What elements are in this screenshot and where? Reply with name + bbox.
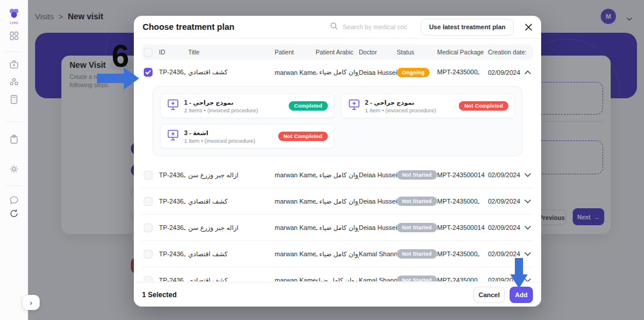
cell-doctor: Deiaa Hussein	[359, 69, 397, 76]
col-id: ID	[159, 49, 188, 56]
cell-date: 02/09/2024	[488, 171, 524, 178]
col-patient: Patient	[275, 49, 316, 56]
sidebar: CARE	[0, 0, 28, 320]
cell-title: ازاله جبر وزرع سن	[188, 171, 275, 179]
medical-bag-icon[interactable]	[9, 59, 19, 70]
cell-patient: marwan Kamel	[275, 198, 316, 205]
clipboard-icon[interactable]	[9, 134, 19, 144]
chevron-down-icon[interactable]	[524, 224, 533, 231]
status-badge: Not Started	[397, 249, 437, 259]
row-checkbox[interactable]	[144, 250, 153, 259]
cell-id: TP-2436ـ	[159, 171, 188, 179]
cell-id: TP-2436ـ	[159, 68, 188, 76]
cell-package: MPT-2435000ـ	[437, 68, 488, 76]
search-icon	[330, 22, 338, 33]
plan-title: نموذج جراحي - 1	[184, 99, 258, 106]
plan-card[interactable]: نموذج جراحي - 2 1 Item • (invoiced proce…	[341, 94, 515, 118]
table-row[interactable]: TP-2436ـ ازاله جبر وزرع سن marwan Kamel …	[142, 162, 533, 188]
cell-patient: marwan Kamel	[275, 69, 316, 76]
plan-card[interactable]: نموذج جراحي - 1 2 Items • (invoiced proc…	[160, 94, 334, 118]
app-logo[interactable]: CARE	[7, 8, 21, 25]
plan-title: نموذج جراحي - 2	[365, 99, 437, 106]
cell-patient-arabic: مروان كامل ضياء	[316, 277, 359, 282]
history-refresh-icon[interactable]	[9, 208, 19, 219]
cell-patient-arabic: مروان كامل ضياء ـ	[316, 224, 359, 232]
use-latest-treatment-plan-button[interactable]: Use latest treatment plan	[421, 19, 514, 36]
table-header-row: ID Title Patient Patient Arabic Doctor S…	[142, 44, 533, 60]
chat-icon[interactable]	[9, 195, 19, 205]
col-status: Status	[397, 49, 437, 56]
cell-title: كشف اقتصادي	[188, 277, 275, 282]
cell-id: TP-2436ـ	[159, 198, 188, 205]
plan-card[interactable]: اشعة - 3 1 Item • (invoiced procedure) N…	[160, 124, 334, 149]
annotation-arrow-down-icon	[510, 258, 528, 291]
table-row[interactable]: TP-2436ـ كشف اقتصادي marwan Kamel مروان …	[142, 60, 533, 85]
cell-id: TP-2436ـ	[159, 224, 188, 232]
cell-title: كشف اقتصادي	[188, 250, 275, 258]
close-icon[interactable]	[524, 23, 532, 31]
logo-text: CARE	[7, 22, 21, 25]
sidebar-divider	[6, 51, 22, 52]
selected-count: 1 Selected	[142, 291, 176, 299]
plan-status-badge: Not Completed	[459, 101, 508, 111]
select-all-checkbox[interactable]	[144, 48, 153, 57]
row-checkbox[interactable]	[144, 276, 153, 282]
plan-title: اشعة - 3	[184, 129, 255, 136]
table-row[interactable]: TP-2436 كشف اقتصادي marwan Kamel مروان ك…	[142, 267, 533, 281]
table-body: TP-2436ـ كشف اقتصادي marwan Kamel مروان …	[142, 60, 533, 281]
settings-gear-icon[interactable]	[9, 164, 19, 174]
check-icon	[146, 69, 151, 75]
row-checkbox[interactable]	[144, 223, 153, 232]
staff-group-icon[interactable]	[9, 77, 19, 87]
monitor-plus-icon	[167, 129, 179, 144]
row-checkbox-checked[interactable]	[144, 68, 153, 77]
cell-patient: marwan Kamel	[275, 224, 316, 231]
cell-title: كشف اقتصادي	[188, 68, 275, 76]
row-checkbox[interactable]	[144, 171, 153, 180]
cell-date: 02/09/2024	[488, 224, 524, 231]
table-row[interactable]: TP-2436ـ ازاله جبر وزرع سن marwan Kamel …	[142, 215, 533, 241]
cell-package: MPT-2435000ـ	[437, 198, 488, 205]
table-row[interactable]: TP-2436ـ كشف اقتصادي marwan Kamel مروان …	[142, 188, 533, 215]
billing-calculator-icon[interactable]	[9, 94, 19, 105]
chevron-down-icon[interactable]	[524, 171, 533, 178]
dashboard-grid-icon[interactable]	[9, 30, 19, 41]
cell-doctor: Kamal Shannawi	[359, 277, 397, 281]
monitor-plus-icon	[167, 98, 179, 113]
chevron-down-icon[interactable]	[524, 250, 533, 257]
search-input[interactable]	[342, 23, 407, 30]
search-box[interactable]	[330, 22, 407, 33]
cell-patient: marwan Kamel	[275, 250, 316, 257]
cell-title: ازاله جبر وزرع سن	[188, 224, 275, 232]
cancel-button[interactable]: Cancel	[473, 287, 505, 303]
sidebar-expand-button[interactable]: ›	[22, 295, 40, 310]
cell-doctor: Deiaa Hussein	[359, 198, 397, 205]
table-row[interactable]: TP-2436ـ كشف اقتصادي marwan Kamel مروان …	[142, 241, 533, 267]
monitor-plus-icon	[348, 98, 361, 113]
sidebar-divider	[6, 122, 22, 122]
status-badge: Not Started	[397, 170, 437, 180]
cell-patient-arabic: مروان كامل ضياء ـ	[316, 250, 359, 258]
cell-package: MPT-2435000ـ	[437, 250, 488, 258]
cell-package: MPT-243500014	[437, 171, 488, 178]
cell-patient-arabic: مروان كامل ضياء ـ	[316, 68, 359, 76]
chevron-up-icon[interactable]	[524, 69, 533, 76]
row-checkbox[interactable]	[144, 197, 153, 206]
cell-patient: marwan Kamel	[275, 277, 316, 281]
chevron-down-icon[interactable]	[524, 198, 533, 205]
cell-id: TP-2436ـ	[159, 250, 188, 258]
cell-doctor: Deiaa Hussein	[359, 224, 397, 231]
cell-doctor: Kamal Shannawi	[359, 250, 397, 257]
status-badge: Ongoing	[397, 68, 430, 77]
col-patient-arabic: Patient Arabic	[316, 49, 359, 56]
plan-details: 1 Item • (invoiced procedure)	[365, 107, 437, 113]
status-badge: Not Started	[397, 276, 437, 281]
modal-footer: 1 Selected Cancel Add	[134, 282, 541, 307]
screen: Visits > New visit M New Visit Draft Cre…	[0, 0, 644, 320]
expanded-plans-panel: نموذج جراحي - 1 2 Items • (invoiced proc…	[153, 86, 522, 156]
col-doctor: Doctor	[359, 49, 397, 56]
modal-title: Choose treatment plan	[143, 22, 234, 32]
cell-patient: marwan Kamel	[275, 171, 316, 178]
plan-details: 2 Items • (invoiced procedure)	[184, 107, 258, 113]
cell-title: كشف اقتصادي	[188, 198, 275, 205]
